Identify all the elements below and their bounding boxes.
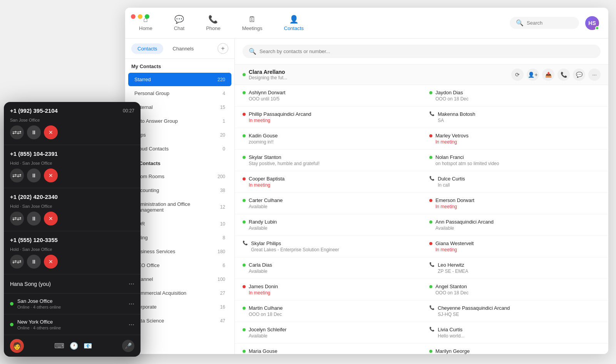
- sidebar-tab-channels[interactable]: Channels: [166, 43, 200, 54]
- contact-item[interactable]: 📞 Makenna Botosh SA: [422, 107, 608, 128]
- channel-info: San Jose Office Online · 4 others online: [17, 298, 125, 309]
- contact-info: Jocelyn Schleifer Available: [249, 327, 414, 339]
- contact-item[interactable]: Marilyn George Get better everyday: [422, 344, 608, 354]
- new-york-channel[interactable]: New York Office Online · 4 others online…: [4, 314, 141, 335]
- contact-item[interactable]: Randy Lubin Available: [235, 214, 422, 236]
- group-accounting[interactable]: Accounting38: [128, 184, 231, 197]
- group-corporate[interactable]: Corporate16: [128, 300, 231, 314]
- global-search-input[interactable]: [527, 20, 573, 26]
- contact-item[interactable]: 📞 Leo Herwitz ZP SE - EMEA: [422, 257, 608, 279]
- maximize-button[interactable]: [145, 14, 149, 19]
- group-apps[interactable]: Apps 20: [128, 128, 231, 142]
- group-ceo-office[interactable]: CEO Office6: [128, 259, 231, 272]
- more-action-button[interactable]: ···: [588, 68, 601, 81]
- contact-item[interactable]: Cooper Baptista In meeting: [235, 171, 422, 193]
- call-merge-button[interactable]: ⇄⇄: [10, 255, 24, 269]
- tab-phone[interactable]: 📞 Phone: [201, 12, 225, 34]
- user-avatar[interactable]: HS: [585, 16, 599, 30]
- call-merge-button[interactable]: ⇄⇄: [10, 212, 24, 225]
- call-end-button[interactable]: ✕: [44, 212, 58, 225]
- contact-item[interactable]: Phillip Passaquindici Arcand In meeting: [235, 107, 422, 128]
- contact-info: Emerson Dorwart In meeting: [435, 197, 601, 209]
- contact-status: In meeting: [249, 182, 414, 188]
- group-auto-answer[interactable]: Auto Answer Group 1: [128, 114, 231, 128]
- contact-info: Phillip Passaquindici Arcand In meeting: [249, 111, 414, 123]
- close-button[interactable]: [131, 14, 136, 19]
- phone-indicator-icon: 📞: [429, 327, 435, 332]
- chat-action-button[interactable]: 💬: [573, 68, 585, 81]
- refresh-action-button[interactable]: ⟳: [511, 68, 524, 81]
- featured-contact-status: Designing the fut...: [249, 75, 508, 80]
- contact-item[interactable]: Skylar Stanton Stay positive, humble and…: [235, 150, 422, 171]
- tab-chat[interactable]: 💬 Chat: [169, 12, 189, 34]
- status-dot: [243, 350, 246, 353]
- group-bdr[interactable]: BDR10: [128, 217, 231, 230]
- contact-item[interactable]: James Donin In meeting: [235, 279, 422, 301]
- contact-item[interactable]: 📞 Livia Curtis Hello world...: [422, 322, 608, 344]
- contact-item[interactable]: Maria Gouse Get better everyday: [235, 344, 422, 354]
- contact-item[interactable]: Carla Dias Available: [235, 257, 422, 279]
- group-data-science[interactable]: Data Science47: [128, 314, 231, 327]
- group-zoom-rooms[interactable]: Zoom Rooms200: [128, 170, 231, 183]
- dialpad-icon[interactable]: ⌨: [54, 342, 64, 350]
- contact-item[interactable]: Ann Passaquindici Arcand Available: [422, 214, 608, 236]
- call-end-button[interactable]: ✕: [44, 169, 58, 182]
- meetings-icon: 🗓: [248, 15, 256, 24]
- contact-name: Ashlynn Dorwart: [249, 90, 414, 95]
- group-external[interactable]: External 15: [128, 100, 231, 114]
- share-action-button[interactable]: 📤: [542, 68, 554, 81]
- call-merge-button[interactable]: ⇄⇄: [10, 169, 24, 182]
- phone-indicator-icon: 📞: [429, 176, 435, 181]
- group-personal[interactable]: Personal Group 4: [128, 87, 231, 100]
- group-commercial[interactable]: Commercial Acquisition27: [128, 286, 231, 300]
- tab-meetings[interactable]: 🗓 Meetings: [238, 12, 267, 34]
- contact-item[interactable]: Martin Culhane OOO on 18 Dec: [235, 301, 422, 322]
- group-count: 47: [220, 318, 225, 324]
- group-business-services[interactable]: Business Services180: [128, 245, 231, 258]
- contact-item[interactable]: Emerson Dorwart In meeting: [422, 193, 608, 214]
- san-jose-channel[interactable]: San Jose Office Online · 4 others online…: [4, 294, 141, 314]
- call-end-button[interactable]: ✕: [44, 255, 58, 269]
- contacts-search-input[interactable]: [259, 48, 594, 54]
- global-search-box[interactable]: 🔍: [510, 17, 579, 29]
- group-cloud[interactable]: Cloud Contacts 0: [128, 142, 231, 155]
- contact-status: ZP SE - EMEA: [438, 269, 601, 274]
- call-hold-button[interactable]: ⏸: [27, 212, 41, 225]
- call-hold-button[interactable]: ⏸: [27, 169, 41, 182]
- nav-right: 🔍 HS: [510, 16, 599, 30]
- contact-item[interactable]: 📞 Cheyenne Passaquindici Arcand SJ-HQ SE: [422, 301, 608, 322]
- contact-item[interactable]: Jocelyn Schleifer Available: [235, 322, 422, 344]
- call-action-button[interactable]: 📞: [557, 68, 570, 81]
- contact-item[interactable]: Kadin Gouse zooming in!!: [235, 128, 422, 150]
- group-admin-office[interactable]: Administration and Office Management12: [128, 197, 231, 217]
- contact-item[interactable]: Nolan Franci on hotspot atm so limited v…: [422, 150, 608, 171]
- contact-item[interactable]: Jaydon Dias OOO on 18 Dec: [422, 85, 608, 107]
- call-end-button[interactable]: ✕: [44, 125, 58, 139]
- call-hold-button[interactable]: ⏸: [27, 125, 41, 139]
- contact-item[interactable]: 📞 Skylar Philips Great Lakes - Enterpris…: [235, 236, 422, 257]
- call-merge-button[interactable]: ⇄⇄: [10, 125, 24, 139]
- add-action-button[interactable]: 👤+: [527, 68, 539, 81]
- add-contact-button[interactable]: +: [218, 43, 228, 54]
- minimize-button[interactable]: [138, 14, 142, 19]
- mic-button[interactable]: 🎤: [122, 340, 134, 352]
- contact-name: Carla Dias: [249, 262, 414, 268]
- contact-item[interactable]: Carter Culhane Available: [235, 193, 422, 214]
- contact-item[interactable]: Giana Westervelt In meeting: [422, 236, 608, 257]
- contact-item[interactable]: 📞 Dulce Curtis In call: [422, 171, 608, 193]
- history-icon[interactable]: 🕐: [70, 342, 78, 350]
- group-billing[interactable]: Billing8: [128, 231, 231, 244]
- group-starred[interactable]: Starred 220: [128, 73, 231, 86]
- contacts-search-box[interactable]: 🔍: [243, 45, 601, 58]
- you-more-button[interactable]: ···: [129, 280, 134, 288]
- call-hold-button[interactable]: ⏸: [27, 255, 41, 269]
- sidebar-tab-contacts[interactable]: Contacts: [131, 43, 163, 54]
- contact-item[interactable]: Angel Stanton OOO on 18 Dec: [422, 279, 608, 301]
- tab-contacts[interactable]: 👤 Contacts: [280, 12, 308, 34]
- voicemail-icon[interactable]: 📧: [84, 342, 92, 350]
- contact-item[interactable]: Marley Vetrovs In meeting: [422, 128, 608, 150]
- san-jose-more-button[interactable]: ···: [129, 300, 134, 308]
- contact-item[interactable]: Ashlynn Dorwart OOO until 10/5: [235, 85, 422, 107]
- group-channel[interactable]: Channel100: [128, 272, 231, 286]
- new-york-more-button[interactable]: ···: [129, 321, 134, 329]
